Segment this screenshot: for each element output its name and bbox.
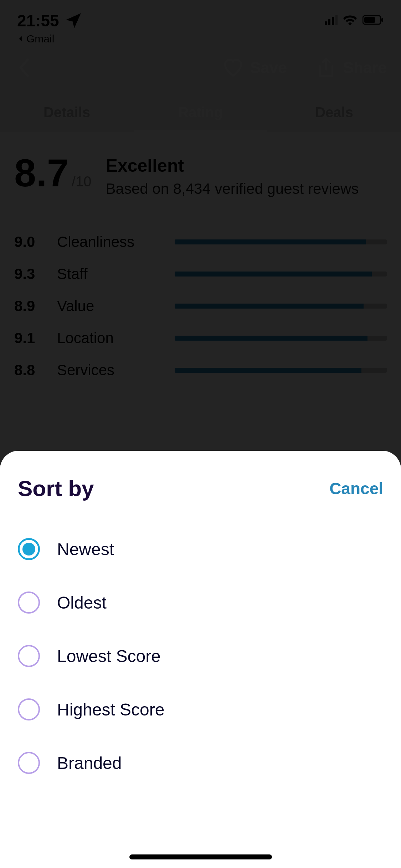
sort-option[interactable]: Newest bbox=[18, 522, 383, 576]
radio-icon bbox=[18, 698, 40, 720]
sort-option-label: Oldest bbox=[57, 593, 107, 613]
sheet-title: Sort by bbox=[18, 476, 94, 501]
radio-icon bbox=[18, 591, 40, 614]
sort-option-label: Lowest Score bbox=[57, 646, 161, 666]
sort-option[interactable]: Lowest Score bbox=[18, 629, 383, 683]
sort-option-label: Branded bbox=[57, 753, 122, 773]
sort-option-label: Newest bbox=[57, 539, 114, 559]
radio-icon bbox=[18, 752, 40, 774]
radio-icon bbox=[18, 645, 40, 667]
sort-option[interactable]: Oldest bbox=[18, 576, 383, 629]
home-indicator[interactable] bbox=[129, 854, 272, 859]
cancel-button[interactable]: Cancel bbox=[329, 479, 383, 498]
sort-option[interactable]: Branded bbox=[18, 736, 383, 790]
radio-icon bbox=[18, 538, 40, 560]
sort-option[interactable]: Highest Score bbox=[18, 683, 383, 736]
sort-sheet: Sort by Cancel NewestOldestLowest ScoreH… bbox=[0, 451, 401, 868]
sort-option-label: Highest Score bbox=[57, 700, 164, 719]
sort-options-list: NewestOldestLowest ScoreHighest ScoreBra… bbox=[18, 522, 383, 790]
